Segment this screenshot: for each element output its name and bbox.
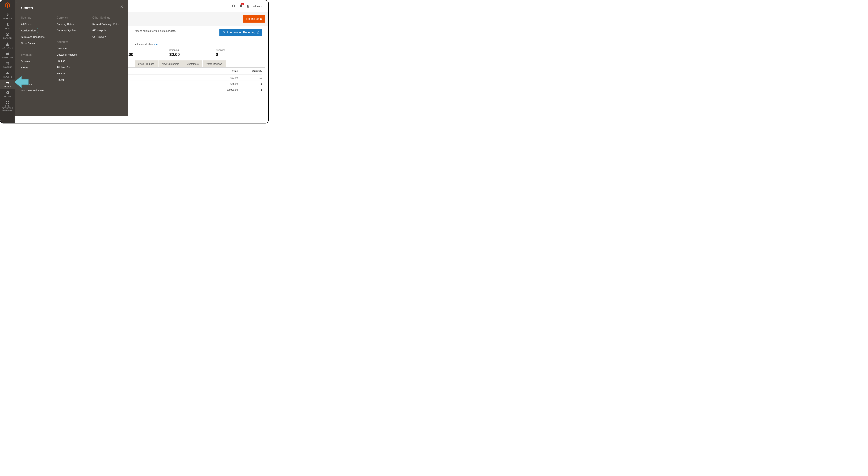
flyout-link-sources[interactable]: Sources [21,60,50,63]
flyout-link-terms[interactable]: Terms and Conditions [21,36,50,38]
chart-enable-link[interactable]: here [153,43,158,46]
cell-quantity: 12 [238,76,262,79]
flyout-column-3: Other Settings Reward Exchange Rates Gif… [92,16,121,95]
pages-icon [5,61,9,66]
megaphone-icon [5,52,9,56]
box-icon [5,32,9,36]
nav-content[interactable]: CONTENT [0,60,14,70]
nav-label: MARKETING [2,57,13,59]
nav-partners[interactable]: FIND PARTNERS & EXTENSIONS [0,99,14,113]
flyout-link-gift-wrapping[interactable]: Gift Wrapping [92,29,121,32]
admin-sidebar: DASHBOARD SALES CATALOG CUSTOMERS MARKET… [0,0,14,123]
nav-reports[interactable]: REPORTS [0,70,14,80]
flyout-link-attr-product[interactable]: Product [57,60,86,62]
chevron-down-icon [260,5,262,7]
flyout-link-stocks[interactable]: Stocks [21,66,50,69]
flyout-link-currency-rates[interactable]: Currency Rates [57,23,86,26]
flyout-link-gift-registry[interactable]: Gift Registry [92,35,121,38]
flyout-section-inventory: Inventory [21,53,50,56]
notifications-button[interactable]: 39 [239,4,243,8]
stat-shipping: Shipping $0.00 [169,49,216,57]
svg-point-0 [232,5,235,7]
flyout-link-attr-returns[interactable]: Returns [57,72,86,75]
blocks-icon [5,100,9,105]
flyout-link-attr-rating[interactable]: Rating [57,78,86,81]
nav-system[interactable]: SYSTEM [0,89,14,99]
nav-marketing[interactable]: MARKETING [0,50,14,60]
advanced-reporting-label: Go to Advanced Reporting [222,31,255,34]
column-header-price[interactable]: Price [203,70,238,72]
nav-label: FIND PARTNERS & EXTENSIONS [0,105,14,112]
nav-label: STORES [4,86,11,88]
dollar-icon [5,23,9,27]
flyout-section-settings: Settings [21,16,50,19]
cell-quantity: 1 [238,88,262,91]
flyout-link-currency-symbols[interactable]: Currency Symbols [57,29,86,32]
annotation-arrow-icon [13,73,30,91]
close-icon[interactable] [120,5,123,8]
stat-label: Shipping [169,49,216,51]
notification-count-badge: 39 [241,3,244,5]
nav-catalog[interactable]: CATALOG [0,31,14,41]
search-icon[interactable] [232,4,236,8]
stat-tax: Tax $0.00 [123,49,169,57]
nav-label: DASHBOARD [2,18,13,20]
nav-label: CATALOG [3,37,12,39]
flyout-link-attr-customer[interactable]: Customer [57,47,86,50]
flyout-link-attr-customer-address[interactable]: Customer Address [57,53,86,56]
flyout-link-order-status[interactable]: Order Status [21,42,50,44]
external-link-icon [256,31,259,34]
storefront-icon [5,81,9,85]
cell-price: $22.00 [203,76,238,79]
tab-customers[interactable]: Customers [183,60,202,67]
flyout-section-attributes: Attributes [57,40,86,43]
flyout-column-2: Currency Currency Rates Currency Symbols… [57,16,86,95]
gauge-icon [5,13,9,17]
stores-flyout-menu: Stores Settings All Stores Configuration… [14,0,128,116]
nav-label: CONTENT [3,66,12,68]
flyout-link-all-stores[interactable]: All Stores [21,23,50,26]
stat-value: $0.00 [169,52,216,57]
advanced-reporting-button[interactable]: Go to Advanced Reporting [219,29,262,36]
stat-label: Quantity [216,49,262,51]
nav-stores[interactable]: STORES [0,80,14,89]
magento-logo-icon [4,2,10,8]
user-icon [246,4,250,8]
nav-dashboard[interactable]: DASHBOARD [0,11,14,21]
flyout-link-configuration[interactable]: Configuration [19,28,38,33]
person-icon [5,42,9,46]
nav-label: CUSTOMERS [2,47,13,49]
flyout-link-reward-rates[interactable]: Reward Exchange Rates [92,23,121,26]
nav-label: REPORTS [3,76,12,78]
flyout-title: Stores [21,6,121,10]
admin-username: admin [253,5,260,8]
nav-label: SYSTEM [4,95,11,98]
cell-price: $2,000.00 [203,88,238,91]
tab-viewed-products[interactable]: ewed Products [135,60,158,67]
cell-price: $45.00 [203,82,238,85]
tab-yotpo-reviews[interactable]: Yotpo Reviews [203,60,226,67]
stat-value: 0 [216,52,262,57]
flyout-section-other: Other Settings [92,16,121,19]
stat-label: Tax [123,49,169,51]
nav-label: SALES [4,27,10,30]
svg-line-1 [235,7,236,8]
nav-sales[interactable]: SALES [0,21,14,31]
gear-icon [5,91,9,95]
column-header-quantity[interactable]: Quantity [238,70,262,72]
nav-customers[interactable]: CUSTOMERS [0,41,14,50]
bars-icon [5,71,9,76]
flyout-link-attr-set[interactable]: Attribute Set [57,66,86,68]
reload-data-button[interactable]: Reload Data [243,15,265,23]
cell-quantity: 5 [238,82,262,85]
admin-account-dropdown[interactable]: admin [253,5,262,8]
stat-quantity: Quantity 0 [216,49,262,57]
stat-value: $0.00 [123,52,169,57]
tab-new-customers[interactable]: New Customers [158,60,183,67]
flyout-section-currency: Currency [57,16,86,19]
